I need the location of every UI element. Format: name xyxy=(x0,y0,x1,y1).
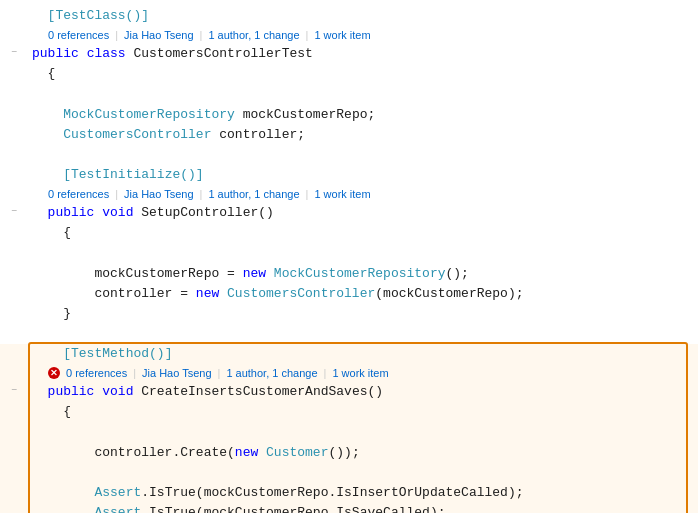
gutter: − xyxy=(0,382,28,399)
code-line-l8 xyxy=(0,145,698,165)
code-line-l9: [TestInitialize()] xyxy=(0,165,698,185)
gutter xyxy=(0,64,28,65)
code-content: { xyxy=(28,64,698,84)
code-line-l5 xyxy=(0,84,698,104)
lens-separator: | xyxy=(306,27,309,44)
lens-separator: | xyxy=(115,27,118,44)
code-content: Assert.IsTrue(mockCustomerRepo.IsSaveCal… xyxy=(28,503,698,513)
code-line-l26: Assert.IsTrue(mockCustomerRepo.IsSaveCal… xyxy=(0,503,698,513)
gutter xyxy=(0,125,28,126)
code-line-l6: MockCustomerRepository mockCustomerRepo; xyxy=(0,105,698,125)
code-content: [TestMethod()] xyxy=(28,344,698,364)
code-content: mockCustomerRepo = new MockCustomerRepos… xyxy=(28,264,698,284)
lens-workitem[interactable]: 1 work item xyxy=(314,186,370,203)
gutter xyxy=(0,284,28,285)
gutter xyxy=(0,324,28,325)
code-content: public void SetupController() xyxy=(28,203,698,223)
lens-separator: | xyxy=(115,186,118,203)
code-line-l20: − public void CreateInsertsCustomerAndSa… xyxy=(0,382,698,402)
code-line-l24 xyxy=(0,463,698,483)
code-content xyxy=(28,145,698,165)
gutter xyxy=(0,304,28,305)
code-line-l3: −public class CustomersControllerTest xyxy=(0,44,698,64)
code-content: controller.Create(new Customer()); xyxy=(28,443,698,463)
collapse-button[interactable]: − xyxy=(6,383,22,399)
lens-author[interactable]: Jia Hao Tseng xyxy=(124,27,194,44)
collapse-button[interactable]: − xyxy=(6,45,22,61)
gutter xyxy=(0,264,28,265)
gutter xyxy=(0,243,28,244)
code-lens-l19: ✕0 references|Jia Hao Tseng|1 author, 1 … xyxy=(0,364,698,382)
gutter xyxy=(0,463,28,464)
code-line-l17 xyxy=(0,324,698,344)
gutter xyxy=(0,165,28,166)
gutter xyxy=(0,503,28,504)
lens-separator: | xyxy=(200,27,203,44)
code-content: CustomersController controller; xyxy=(28,125,698,145)
code-container: [TestClass()]0 references|Jia Hao Tseng|… xyxy=(0,0,698,513)
lens-author[interactable]: Jia Hao Tseng xyxy=(124,186,194,203)
gutter xyxy=(0,483,28,484)
gutter xyxy=(0,6,28,7)
code-line-l21: { xyxy=(0,402,698,422)
code-line-l15: controller = new CustomersController(moc… xyxy=(0,284,698,304)
code-line-l22 xyxy=(0,423,698,443)
lens-separator: | xyxy=(324,365,327,382)
gutter xyxy=(0,105,28,106)
gutter xyxy=(0,84,28,85)
code-content xyxy=(28,423,698,443)
lens-author[interactable]: Jia Hao Tseng xyxy=(142,365,212,382)
code-line-l11: − public void SetupController() xyxy=(0,203,698,223)
lens-separator: | xyxy=(218,365,221,382)
code-line-l12: { xyxy=(0,223,698,243)
lens-changes[interactable]: 1 author, 1 change xyxy=(208,186,299,203)
gutter xyxy=(0,402,28,403)
code-content xyxy=(28,243,698,263)
code-content xyxy=(28,84,698,104)
code-line-l18: [TestMethod()] xyxy=(0,344,698,364)
code-lens-l2: 0 references|Jia Hao Tseng|1 author, 1 c… xyxy=(0,26,698,44)
code-line-l25: Assert.IsTrue(mockCustomerRepo.IsInsertO… xyxy=(0,483,698,503)
code-line-l13 xyxy=(0,243,698,263)
code-line-l23: controller.Create(new Customer()); xyxy=(0,443,698,463)
lens-refs[interactable]: 0 references xyxy=(48,186,109,203)
gutter xyxy=(0,423,28,424)
error-icon: ✕ xyxy=(48,367,60,379)
code-line-l1: [TestClass()] xyxy=(0,6,698,26)
code-content: [TestInitialize()] xyxy=(28,165,698,185)
code-line-l4: { xyxy=(0,64,698,84)
lens-workitem[interactable]: 1 work item xyxy=(332,365,388,382)
code-content: { xyxy=(28,223,698,243)
lens-separator: | xyxy=(200,186,203,203)
lens-changes[interactable]: 1 author, 1 change xyxy=(208,27,299,44)
lens-separator: | xyxy=(306,186,309,203)
code-content: public class CustomersControllerTest xyxy=(28,44,698,64)
code-line-l16: } xyxy=(0,304,698,324)
lens-workitem[interactable]: 1 work item xyxy=(314,27,370,44)
code-content: public void CreateInsertsCustomerAndSave… xyxy=(28,382,698,402)
gutter: − xyxy=(0,203,28,220)
lens-changes[interactable]: 1 author, 1 change xyxy=(226,365,317,382)
code-content xyxy=(28,463,698,483)
code-content: { xyxy=(28,402,698,422)
lens-refs[interactable]: 0 references xyxy=(66,365,127,382)
code-content: } xyxy=(28,304,698,324)
code-line-l7: CustomersController controller; xyxy=(0,125,698,145)
code-content xyxy=(28,324,698,344)
code-lens-l10: 0 references|Jia Hao Tseng|1 author, 1 c… xyxy=(0,185,698,203)
gutter: − xyxy=(0,44,28,61)
gutter xyxy=(0,443,28,444)
lens-separator: | xyxy=(133,365,136,382)
gutter xyxy=(0,344,28,345)
code-content: Assert.IsTrue(mockCustomerRepo.IsInsertO… xyxy=(28,483,698,503)
code-content: [TestClass()] xyxy=(28,6,698,26)
code-content: MockCustomerRepository mockCustomerRepo; xyxy=(28,105,698,125)
collapse-button[interactable]: − xyxy=(6,204,22,220)
gutter xyxy=(0,223,28,224)
code-line-l14: mockCustomerRepo = new MockCustomerRepos… xyxy=(0,264,698,284)
gutter xyxy=(0,145,28,146)
lens-refs[interactable]: 0 references xyxy=(48,27,109,44)
code-content: controller = new CustomersController(moc… xyxy=(28,284,698,304)
